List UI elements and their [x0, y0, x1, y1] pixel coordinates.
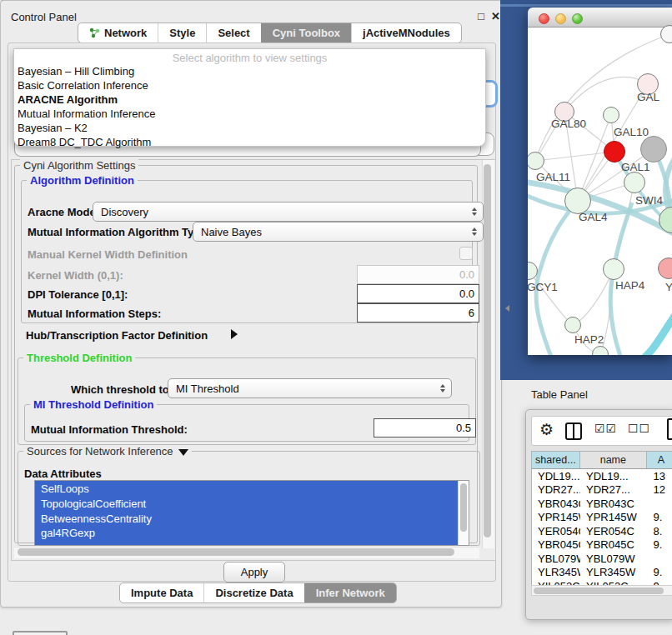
- algorithm-dropdown-popup: Select algorithm to view settings Bayesi…: [13, 48, 486, 147]
- tab-select[interactable]: Select: [206, 23, 260, 42]
- table-horizontal-scrollbar-thumb[interactable]: [534, 588, 664, 594]
- algorithm-dropdown-item[interactable]: Bayesian – K2: [14, 121, 485, 135]
- network-node[interactable]: [603, 107, 619, 123]
- mi-threshold-field[interactable]: 0.5: [374, 418, 476, 438]
- gear-icon[interactable]: ⚙: [539, 420, 554, 439]
- tab-style[interactable]: Style: [158, 23, 206, 42]
- split-columns-icon[interactable]: [565, 422, 582, 440]
- table-toolbar: ⚙ ☑☑ ☐☐: [531, 416, 672, 446]
- network-window-titlebar[interactable]: [528, 8, 672, 28]
- expander-expanded-icon[interactable]: [178, 449, 188, 456]
- network-node[interactable]: [640, 136, 667, 162]
- table-row[interactable]: YIL052CYIL052C9.: [532, 579, 672, 585]
- zoom-traffic-light-icon[interactable]: [572, 13, 583, 24]
- mi-threshold-definition-title: MI Threshold Definition: [30, 398, 157, 411]
- tab-label: Network: [104, 27, 147, 39]
- table-cell: YLR345W: [580, 566, 647, 578]
- mi-threshold-label: Mutual Information Threshold:: [31, 423, 188, 436]
- manual-kernel-width-checkbox[interactable]: [459, 247, 473, 260]
- network-view-window[interactable]: GALGAL80GAL10GAL11GAL1SWI4GAL4GCY1HAP4YH…: [528, 8, 672, 355]
- algorithm-definition-title: Algorithm Definition: [27, 174, 138, 187]
- dpi-tolerance-field[interactable]: 0.0: [357, 284, 479, 303]
- table-column-header[interactable]: A: [647, 452, 672, 468]
- algorithm-dropdown-item[interactable]: Basic Correlation Inference: [14, 78, 485, 92]
- tab-label: jActiveMNodules: [363, 27, 450, 39]
- attributes-scrollbar-thumb[interactable]: [460, 483, 467, 532]
- table-row[interactable]: YPR145WYPR145W9.: [532, 511, 672, 525]
- document-icon[interactable]: [667, 418, 672, 440]
- table-column-header[interactable]: shared...: [532, 452, 580, 468]
- spinner-arrows-icon: [472, 208, 477, 216]
- control-panel-window: Control Panel □ ✕ NetworkStyleSelectCyni…: [0, 0, 502, 608]
- table-cell: YBL079W: [580, 552, 647, 565]
- table-row[interactable]: YLR345WYLR345W9.: [532, 566, 672, 580]
- tab-cyni-toolbox[interactable]: Cyni Toolbox: [261, 23, 351, 42]
- tab-discretize-data[interactable]: Discretize Data: [203, 583, 303, 602]
- table-row[interactable]: YDL19...YDL19...13: [532, 469, 672, 483]
- spinner-arrows-icon: [440, 384, 445, 392]
- close-traffic-light-icon[interactable]: [539, 13, 549, 24]
- table-cell: YBR045C: [532, 538, 580, 551]
- tab-infer-network[interactable]: Infer Network: [304, 583, 396, 602]
- which-threshold-value: MI Threshold: [176, 382, 239, 395]
- table-panel-title: Table Panel: [531, 388, 588, 401]
- network-node-label: GAL: [637, 91, 659, 103]
- table-row[interactable]: YER054CYER054C8.: [532, 524, 672, 538]
- table-horizontal-scrollbar[interactable]: [531, 585, 672, 596]
- network-node-label: Y: [665, 281, 672, 293]
- network-node[interactable]: [624, 172, 645, 193]
- data-attribute-item[interactable]: SelfLoops: [35, 482, 458, 497]
- apply-button[interactable]: Apply: [223, 562, 285, 582]
- algorithm-dropdown-item[interactable]: Bayesian – Hill Climbing: [14, 64, 485, 78]
- attributes-scrollbar[interactable]: [458, 481, 469, 545]
- data-attribute-item[interactable]: TopologicalCoefficient: [35, 497, 458, 512]
- table-cell: YBL079W: [532, 552, 580, 565]
- algorithm-dropdown-item[interactable]: ARACNE Algorithm: [14, 92, 485, 107]
- minimize-traffic-light-icon[interactable]: [555, 13, 566, 24]
- table-row[interactable]: YBR043CYBR043C: [532, 497, 672, 511]
- minimized-window-fragment[interactable]: [13, 631, 68, 635]
- tab-jactivemnodules[interactable]: jActiveMNodules: [351, 23, 461, 42]
- network-node[interactable]: [603, 258, 624, 280]
- settings-vertical-scrollbar-thumb[interactable]: [484, 164, 491, 538]
- kernel-width-field[interactable]: 0.0: [357, 265, 479, 284]
- table-row[interactable]: YBL079WYBL079W: [532, 552, 672, 566]
- table-cell: YBR043C: [532, 498, 580, 510]
- table-cell: YPR145W: [580, 511, 647, 523]
- settings-horizontal-scrollbar-thumb[interactable]: [18, 548, 454, 556]
- deselect-all-checkboxes-icon[interactable]: ☐☐: [628, 422, 650, 435]
- network-node[interactable]: [564, 317, 581, 333]
- spinner-arrows-icon: [472, 228, 477, 236]
- table-row[interactable]: YDR27...YDR27...12: [532, 483, 672, 498]
- hub-definition-label: Hub/Transcription Factor Definition: [26, 329, 208, 342]
- network-node-label: GAL1: [621, 161, 650, 173]
- table-cell: YDL19...: [532, 470, 580, 482]
- tab-network[interactable]: Network: [78, 23, 158, 42]
- network-node-label: GAL4: [579, 211, 608, 223]
- data-attributes-label: Data Attributes: [24, 468, 102, 480]
- mi-algorithm-type-select[interactable]: Naive Bayes: [193, 222, 484, 242]
- table-column-header[interactable]: name: [580, 452, 647, 468]
- network-node[interactable]: [604, 141, 625, 162]
- kernel-width-label: Kernel Width (0,1):: [28, 269, 123, 282]
- dpi-tolerance-label: DPI Tolerance [0,1]:: [28, 288, 128, 301]
- algorithm-dropdown-item[interactable]: Mutual Information Inference: [14, 107, 485, 121]
- table-row[interactable]: YBR045CYBR045C9.: [532, 538, 672, 552]
- close-window-icon[interactable]: ✕: [491, 10, 500, 22]
- table-cell: 8.: [647, 525, 672, 538]
- algorithm-dropdown-item[interactable]: Dream8 DC_TDC Algorithm: [14, 135, 485, 149]
- data-attribute-item[interactable]: gal4RGexp: [35, 526, 458, 541]
- select-all-checkboxes-icon[interactable]: ☑☑: [594, 422, 617, 435]
- algorithm-dropdown-list: Bayesian – Hill ClimbingBasic Correlatio…: [14, 64, 485, 149]
- network-canvas[interactable]: GALGAL80GAL10GAL11GAL1SWI4GAL4GCY1HAP4YH…: [528, 28, 672, 355]
- which-threshold-select[interactable]: MI Threshold: [168, 378, 452, 398]
- float-window-icon[interactable]: □: [478, 10, 484, 22]
- cyni-algorithm-settings-title: Cyni Algorithm Settings: [20, 159, 138, 172]
- mi-steps-field[interactable]: 6: [357, 303, 479, 322]
- network-node-label: HAP4: [615, 279, 644, 292]
- tab-impute-data[interactable]: Impute Data: [120, 583, 203, 602]
- expander-collapsed-icon[interactable]: [231, 329, 238, 339]
- panel-divider-collapse-icon[interactable]: [505, 305, 509, 312]
- aracne-mode-select[interactable]: Discovery: [93, 202, 484, 222]
- data-attribute-item[interactable]: BetweennessCentrality: [35, 512, 458, 527]
